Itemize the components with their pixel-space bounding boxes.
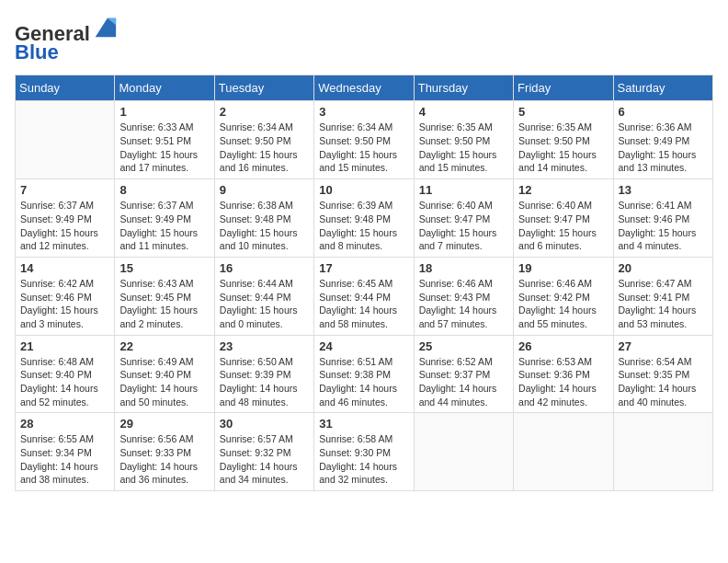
day-number: 6: [619, 105, 708, 119]
day-number: 16: [220, 261, 309, 275]
logo-blue-text: Blue: [15, 40, 59, 63]
calendar-cell: 10Sunrise: 6:39 AM Sunset: 9:48 PM Dayli…: [314, 179, 414, 258]
calendar-cell: 15Sunrise: 6:43 AM Sunset: 9:45 PM Dayli…: [115, 257, 214, 335]
calendar-cell: 24Sunrise: 6:51 AM Sunset: 9:38 PM Dayli…: [314, 335, 414, 413]
day-info: Sunrise: 6:54 AM Sunset: 9:35 PM Dayligh…: [619, 355, 708, 409]
calendar-cell: 31Sunrise: 6:58 AM Sunset: 9:30 PM Dayli…: [314, 413, 414, 491]
page-header: General Blue: [15, 15, 713, 63]
day-info: Sunrise: 6:51 AM Sunset: 9:38 PM Dayligh…: [319, 355, 408, 409]
day-info: Sunrise: 6:45 AM Sunset: 9:44 PM Dayligh…: [319, 277, 408, 331]
day-info: Sunrise: 6:38 AM Sunset: 9:48 PM Dayligh…: [220, 199, 309, 253]
calendar-cell: 23Sunrise: 6:50 AM Sunset: 9:39 PM Dayli…: [214, 335, 313, 413]
day-number: 11: [419, 183, 508, 197]
calendar-cell: 30Sunrise: 6:57 AM Sunset: 9:32 PM Dayli…: [214, 413, 313, 491]
day-info: Sunrise: 6:53 AM Sunset: 9:36 PM Dayligh…: [518, 355, 608, 409]
day-number: 4: [419, 105, 508, 119]
week-row-4: 21Sunrise: 6:48 AM Sunset: 9:40 PM Dayli…: [16, 335, 713, 413]
weekday-header-row: SundayMondayTuesdayWednesdayThursdayFrid…: [16, 75, 713, 101]
day-number: 12: [518, 183, 608, 197]
calendar-cell: 7Sunrise: 6:37 AM Sunset: 9:49 PM Daylig…: [16, 179, 115, 258]
day-number: 25: [419, 339, 508, 353]
day-number: 28: [20, 417, 109, 431]
calendar-cell: 18Sunrise: 6:46 AM Sunset: 9:43 PM Dayli…: [414, 257, 513, 335]
day-number: 31: [319, 417, 408, 431]
calendar-cell: 4Sunrise: 6:35 AM Sunset: 9:50 PM Daylig…: [414, 101, 513, 179]
calendar-cell: 28Sunrise: 6:55 AM Sunset: 9:34 PM Dayli…: [16, 413, 115, 491]
calendar-cell: 21Sunrise: 6:48 AM Sunset: 9:40 PM Dayli…: [16, 335, 115, 413]
day-info: Sunrise: 6:35 AM Sunset: 9:50 PM Dayligh…: [419, 121, 508, 175]
calendar-cell: 1Sunrise: 6:33 AM Sunset: 9:51 PM Daylig…: [115, 101, 214, 179]
day-number: 15: [119, 261, 209, 275]
day-info: Sunrise: 6:36 AM Sunset: 9:49 PM Dayligh…: [619, 121, 708, 175]
logo: General Blue: [15, 15, 118, 63]
day-info: Sunrise: 6:37 AM Sunset: 9:49 PM Dayligh…: [20, 199, 109, 253]
day-number: 8: [119, 183, 209, 197]
day-number: 7: [20, 183, 109, 197]
calendar-table: SundayMondayTuesdayWednesdayThursdayFrid…: [15, 75, 713, 491]
day-number: 21: [20, 339, 109, 353]
day-number: 26: [518, 339, 608, 353]
day-number: 9: [220, 183, 309, 197]
calendar-cell: 20Sunrise: 6:47 AM Sunset: 9:41 PM Dayli…: [613, 257, 712, 335]
calendar-cell: 29Sunrise: 6:56 AM Sunset: 9:33 PM Dayli…: [115, 413, 214, 491]
calendar-cell: 11Sunrise: 6:40 AM Sunset: 9:47 PM Dayli…: [414, 179, 513, 258]
calendar-cell: 6Sunrise: 6:36 AM Sunset: 9:49 PM Daylig…: [613, 101, 712, 179]
day-info: Sunrise: 6:40 AM Sunset: 9:47 PM Dayligh…: [419, 199, 508, 253]
day-info: Sunrise: 6:33 AM Sunset: 9:51 PM Dayligh…: [119, 121, 209, 175]
day-info: Sunrise: 6:37 AM Sunset: 9:49 PM Dayligh…: [119, 199, 209, 253]
calendar-cell: [414, 413, 513, 491]
day-info: Sunrise: 6:57 AM Sunset: 9:32 PM Dayligh…: [220, 432, 309, 487]
day-number: 3: [319, 105, 408, 119]
day-info: Sunrise: 6:55 AM Sunset: 9:34 PM Dayligh…: [20, 432, 109, 487]
day-number: 10: [319, 183, 408, 197]
logo-icon: [92, 15, 118, 40]
calendar-cell: 22Sunrise: 6:49 AM Sunset: 9:40 PM Dayli…: [115, 335, 214, 413]
day-number: 14: [20, 261, 109, 275]
weekday-header-sunday: Sunday: [16, 75, 115, 101]
week-row-2: 7Sunrise: 6:37 AM Sunset: 9:49 PM Daylig…: [16, 179, 713, 258]
day-info: Sunrise: 6:39 AM Sunset: 9:48 PM Dayligh…: [319, 199, 408, 253]
day-info: Sunrise: 6:48 AM Sunset: 9:40 PM Dayligh…: [20, 355, 109, 409]
day-info: Sunrise: 6:41 AM Sunset: 9:46 PM Dayligh…: [619, 199, 708, 253]
calendar-cell: [514, 413, 613, 491]
day-info: Sunrise: 6:47 AM Sunset: 9:41 PM Dayligh…: [619, 277, 708, 331]
day-number: 27: [619, 339, 708, 353]
day-number: 19: [518, 261, 608, 275]
day-info: Sunrise: 6:49 AM Sunset: 9:40 PM Dayligh…: [119, 355, 209, 409]
day-info: Sunrise: 6:40 AM Sunset: 9:47 PM Dayligh…: [518, 199, 608, 253]
calendar-cell: 3Sunrise: 6:34 AM Sunset: 9:50 PM Daylig…: [314, 101, 414, 179]
day-info: Sunrise: 6:56 AM Sunset: 9:33 PM Dayligh…: [119, 432, 209, 487]
calendar-cell: 19Sunrise: 6:46 AM Sunset: 9:42 PM Dayli…: [514, 257, 613, 335]
day-info: Sunrise: 6:50 AM Sunset: 9:39 PM Dayligh…: [220, 355, 309, 409]
week-row-3: 14Sunrise: 6:42 AM Sunset: 9:46 PM Dayli…: [16, 257, 713, 335]
day-info: Sunrise: 6:52 AM Sunset: 9:37 PM Dayligh…: [419, 355, 508, 409]
calendar-cell: 5Sunrise: 6:35 AM Sunset: 9:50 PM Daylig…: [514, 101, 613, 179]
day-number: 30: [220, 417, 309, 431]
calendar-cell: 25Sunrise: 6:52 AM Sunset: 9:37 PM Dayli…: [414, 335, 513, 413]
day-number: 5: [518, 105, 608, 119]
calendar-cell: [16, 101, 115, 179]
calendar-cell: 12Sunrise: 6:40 AM Sunset: 9:47 PM Dayli…: [514, 179, 613, 258]
calendar-cell: 26Sunrise: 6:53 AM Sunset: 9:36 PM Dayli…: [514, 335, 613, 413]
day-info: Sunrise: 6:44 AM Sunset: 9:44 PM Dayligh…: [220, 277, 309, 331]
day-number: 20: [619, 261, 708, 275]
week-row-5: 28Sunrise: 6:55 AM Sunset: 9:34 PM Dayli…: [16, 413, 713, 491]
calendar-cell: 8Sunrise: 6:37 AM Sunset: 9:49 PM Daylig…: [115, 179, 214, 258]
day-info: Sunrise: 6:42 AM Sunset: 9:46 PM Dayligh…: [20, 277, 109, 331]
day-number: 29: [119, 417, 209, 431]
weekday-header-wednesday: Wednesday: [314, 75, 414, 101]
calendar-cell: 13Sunrise: 6:41 AM Sunset: 9:46 PM Dayli…: [613, 179, 712, 258]
calendar-cell: 2Sunrise: 6:34 AM Sunset: 9:50 PM Daylig…: [214, 101, 313, 179]
weekday-header-thursday: Thursday: [414, 75, 513, 101]
day-number: 23: [220, 339, 309, 353]
day-info: Sunrise: 6:58 AM Sunset: 9:30 PM Dayligh…: [319, 432, 408, 487]
day-info: Sunrise: 6:34 AM Sunset: 9:50 PM Dayligh…: [319, 121, 408, 175]
calendar-cell: 17Sunrise: 6:45 AM Sunset: 9:44 PM Dayli…: [314, 257, 414, 335]
day-info: Sunrise: 6:34 AM Sunset: 9:50 PM Dayligh…: [220, 121, 309, 175]
day-number: 17: [319, 261, 408, 275]
calendar-cell: 27Sunrise: 6:54 AM Sunset: 9:35 PM Dayli…: [613, 335, 712, 413]
day-info: Sunrise: 6:43 AM Sunset: 9:45 PM Dayligh…: [119, 277, 209, 331]
calendar-cell: 16Sunrise: 6:44 AM Sunset: 9:44 PM Dayli…: [214, 257, 313, 335]
weekday-header-saturday: Saturday: [613, 75, 712, 101]
day-number: 13: [619, 183, 708, 197]
